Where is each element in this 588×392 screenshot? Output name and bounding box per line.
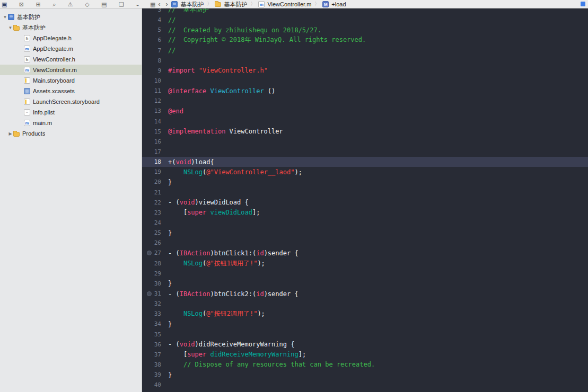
sidebar-item[interactable]: mAppDelegate.m <box>0 43 142 54</box>
line-number[interactable]: 40 <box>142 381 161 388</box>
code-line[interactable]: 23 [super viewDidLoad]; <box>142 208 588 218</box>
line-number[interactable]: 6 <box>142 37 161 43</box>
code-line[interactable]: 8 <box>142 56 588 66</box>
line-number[interactable]: 38 <box>142 361 161 368</box>
code-line[interactable]: 16 <box>142 137 588 147</box>
disclosure-triangle-icon[interactable]: ▶ <box>7 131 13 136</box>
line-number[interactable]: 37 <box>142 351 161 358</box>
line-number[interactable]: 24 <box>142 219 161 226</box>
line-number[interactable]: 16 <box>142 138 161 145</box>
line-number[interactable]: 25 <box>142 229 161 236</box>
line-number[interactable]: 9 <box>142 67 161 74</box>
back-button[interactable]: ‹ <box>158 1 160 8</box>
line-number[interactable]: 28 <box>142 260 161 267</box>
code-line[interactable]: 6// Copyright © 2018年 WinJayQ. All right… <box>142 35 588 45</box>
sidebar-item[interactable]: ▼基本防护 <box>0 22 142 33</box>
line-number[interactable]: 39 <box>142 371 161 378</box>
code-line[interactable]: 18+(void)load{ <box>142 157 588 167</box>
code-line[interactable]: 27- (IBAction)btnClick1:(id)sender { <box>142 248 588 258</box>
grid-icon[interactable]: ⊞ <box>36 1 41 8</box>
breadcrumb-item[interactable]: M+load <box>322 1 346 8</box>
sidebar-item[interactable]: mViewController.m <box>0 65 142 75</box>
code-line[interactable]: 26 <box>142 238 588 248</box>
line-number[interactable]: 22 <box>142 199 161 206</box>
code-line[interactable]: 7// <box>142 46 588 56</box>
line-number[interactable]: 14 <box>142 118 161 125</box>
code-line[interactable]: 31- (IBAction)btnClick2:(id)sender { <box>142 289 588 299</box>
code-line[interactable]: 24 <box>142 218 588 228</box>
code-line[interactable]: 14 <box>142 117 588 127</box>
code-line[interactable]: 19 NSLog(@"ViewController__laod"); <box>142 167 588 177</box>
code-line[interactable]: 32 <box>142 299 588 309</box>
line-number[interactable]: 10 <box>142 77 161 84</box>
related-items-icon[interactable]: ▦ <box>150 1 155 8</box>
code-editor[interactable]: 3// 基本防护4//5// Created by zhihuishequ on… <box>142 8 588 392</box>
warning-icon[interactable]: ⚠ <box>68 1 73 8</box>
line-number[interactable]: 21 <box>142 189 161 196</box>
window-icon[interactable]: ▣ <box>2 1 7 8</box>
code-line[interactable]: 29 <box>142 269 588 279</box>
code-line[interactable]: 4// <box>142 15 588 25</box>
breadcrumb-item[interactable]: mViewController.m <box>258 1 311 8</box>
code-line[interactable]: 22- (void)viewDidLoad { <box>142 198 588 208</box>
code-line[interactable]: 11@interface ViewController () <box>142 86 588 96</box>
code-line[interactable]: 3// 基本防护 <box>142 8 588 15</box>
code-line[interactable]: 38 // Dispose of any resources that can … <box>142 360 588 370</box>
blue-indicator[interactable] <box>581 2 585 6</box>
line-number[interactable]: 18 <box>142 158 161 165</box>
sidebar-item[interactable]: mmain.m <box>0 118 142 128</box>
sidebar-item[interactable]: hAppDelegate.h <box>0 33 142 43</box>
line-number[interactable]: 7 <box>142 47 161 54</box>
line-number[interactable]: 5 <box>142 26 161 33</box>
ibaction-connector-icon[interactable] <box>147 291 152 296</box>
code-line[interactable]: 21 <box>142 188 588 198</box>
code-line[interactable]: 20} <box>142 177 588 187</box>
line-number[interactable]: 33 <box>142 310 161 317</box>
chat-icon[interactable]: ◒ <box>136 1 139 8</box>
clipboard-icon[interactable]: ❏ <box>119 1 124 8</box>
line-number[interactable]: 35 <box>142 331 161 338</box>
code-line[interactable]: 34} <box>142 319 588 329</box>
breadcrumb-item[interactable]: 基本防护 <box>215 1 247 8</box>
sidebar-item[interactable]: ▶Products <box>0 128 142 139</box>
disclosure-triangle-icon[interactable]: ▼ <box>7 25 13 30</box>
code-line[interactable]: 15@implementation ViewController <box>142 127 588 137</box>
close-box-icon[interactable]: ⊠ <box>19 1 24 8</box>
code-line[interactable]: 10 <box>142 76 588 86</box>
code-line[interactable]: 13@end <box>142 106 588 116</box>
breadcrumb-item[interactable]: 基本防护 <box>171 1 204 8</box>
code-line[interactable]: 33 NSLog(@"按钮2调用了!"); <box>142 309 588 319</box>
line-number[interactable]: 36 <box>142 341 161 348</box>
code-line[interactable]: 5// Created by zhihuishequ on 2018/5/27. <box>142 25 588 35</box>
search-icon[interactable]: ⌕ <box>52 1 56 8</box>
line-number[interactable]: 13 <box>142 108 161 114</box>
sidebar-item[interactable]: LaunchScreen.storyboard <box>0 96 142 107</box>
line-number[interactable]: 12 <box>142 97 161 104</box>
sidebar-item[interactable]: Main.storyboard <box>0 75 142 86</box>
code-line[interactable]: 40 <box>142 380 588 390</box>
code-line[interactable]: 30} <box>142 279 588 289</box>
line-number[interactable]: 8 <box>142 57 161 64</box>
line-number[interactable]: 26 <box>142 239 161 246</box>
forward-button[interactable]: › <box>165 1 168 8</box>
code-line[interactable]: 37 [super didReceiveMemoryWarning]; <box>142 350 588 360</box>
line-number[interactable]: 23 <box>142 209 161 216</box>
code-line[interactable]: 12 <box>142 96 588 106</box>
code-line[interactable]: 25} <box>142 228 588 238</box>
code-line[interactable]: 35 <box>142 329 588 340</box>
sidebar-item[interactable]: Assets.xcassets <box>0 86 142 96</box>
code-line[interactable]: 9#import "ViewController.h" <box>142 66 588 76</box>
list-icon[interactable]: ▤ <box>101 1 107 8</box>
sidebar-item[interactable]: Info.plist <box>0 107 142 118</box>
line-number[interactable]: 19 <box>142 168 161 175</box>
line-number[interactable]: 27 <box>142 250 161 256</box>
line-number[interactable]: 17 <box>142 148 161 155</box>
diamond-icon[interactable]: ◇ <box>85 1 89 8</box>
line-number[interactable]: 29 <box>142 270 161 277</box>
line-number[interactable]: 4 <box>142 16 161 23</box>
code-line[interactable]: 39} <box>142 370 588 380</box>
disclosure-triangle-icon[interactable]: ▼ <box>2 15 8 20</box>
line-number[interactable]: 31 <box>142 290 161 297</box>
line-number[interactable]: 34 <box>142 320 161 327</box>
code-line[interactable]: 17 <box>142 147 588 157</box>
